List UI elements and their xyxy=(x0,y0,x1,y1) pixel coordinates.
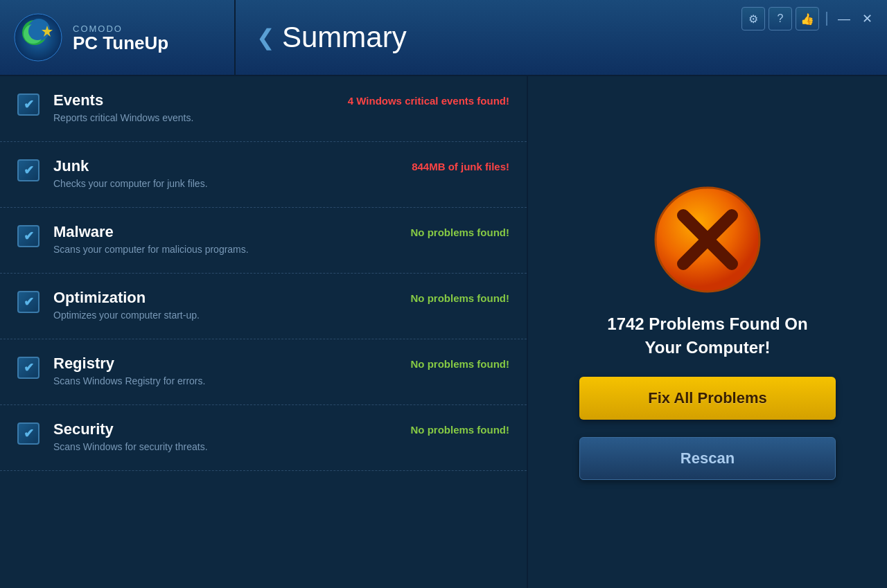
malware-name: Malware xyxy=(53,223,397,241)
problem-summary-panel: 1742 Problems Found On Your Computer! Fi… xyxy=(527,76,887,588)
check-icon: ✔ xyxy=(24,426,34,441)
product-name: PC TuneUp xyxy=(73,34,168,52)
optimization-checkbox[interactable]: ✔ xyxy=(17,291,39,313)
comodo-logo-icon xyxy=(14,13,62,62)
check-icon: ✔ xyxy=(24,229,34,244)
junk-name: Junk xyxy=(53,157,398,175)
list-item: ✔ Optimization Optimizes your computer s… xyxy=(0,274,527,339)
page-title: Summary xyxy=(282,21,407,54)
events-name: Events xyxy=(53,91,334,109)
registry-status: No problems found! xyxy=(397,358,510,370)
events-desc: Reports critical Windows events. xyxy=(53,112,334,123)
close-button[interactable]: ✕ xyxy=(857,9,877,28)
logo-text: COMODO PC TuneUp xyxy=(73,24,168,52)
problem-status-icon xyxy=(652,184,763,295)
events-status: 4 Windows critical events found! xyxy=(334,95,509,107)
malware-checkbox[interactable]: ✔ xyxy=(17,225,39,247)
security-desc: Scans Windows for security threats. xyxy=(53,441,397,452)
security-status: No problems found! xyxy=(397,424,510,436)
malware-info: Malware Scans your computer for maliciou… xyxy=(53,223,397,255)
registry-info: Registry Scans Windows Registry for erro… xyxy=(53,355,397,386)
titlebar: COMODO PC TuneUp ❮ Summary ⚙ ? 👍 — ✕ xyxy=(0,0,887,76)
events-info: Events Reports critical Windows events. xyxy=(53,91,334,123)
window-controls: ⚙ ? 👍 — ✕ xyxy=(741,7,877,30)
list-item: ✔ Security Scans Windows for security th… xyxy=(0,405,527,471)
feedback-icon: 👍 xyxy=(800,12,814,26)
logo-area: COMODO PC TuneUp xyxy=(0,0,236,75)
security-checkbox[interactable]: ✔ xyxy=(17,422,39,445)
junk-checkbox[interactable]: ✔ xyxy=(17,159,39,181)
feedback-button[interactable]: 👍 xyxy=(796,7,819,30)
registry-checkbox[interactable]: ✔ xyxy=(17,357,39,379)
help-button[interactable]: ? xyxy=(769,7,792,30)
back-chevron-icon[interactable]: ❮ xyxy=(256,24,275,51)
security-name: Security xyxy=(53,420,397,438)
malware-status: No problems found! xyxy=(397,226,510,238)
rescan-button[interactable]: Rescan xyxy=(579,437,836,480)
main-content: ✔ Events Reports critical Windows events… xyxy=(0,76,887,588)
list-item: ✔ Events Reports critical Windows events… xyxy=(0,76,527,142)
minimize-icon: — xyxy=(838,12,850,26)
gear-icon: ⚙ xyxy=(748,12,758,26)
fix-all-problems-button[interactable]: Fix All Problems xyxy=(579,377,836,420)
check-icon: ✔ xyxy=(24,163,34,178)
events-checkbox[interactable]: ✔ xyxy=(17,93,39,116)
list-item: ✔ Registry Scans Windows Registry for er… xyxy=(0,339,527,405)
controls-divider xyxy=(826,12,827,26)
security-info: Security Scans Windows for security thre… xyxy=(53,420,397,452)
registry-desc: Scans Windows Registry for errors. xyxy=(53,375,397,386)
malware-desc: Scans your computer for malicious progra… xyxy=(53,244,397,255)
junk-desc: Checks your computer for junk files. xyxy=(53,178,398,189)
optimization-desc: Optimizes your computer start-up. xyxy=(53,310,397,321)
registry-name: Registry xyxy=(53,355,397,373)
problems-line1: 1742 Problems Found On xyxy=(607,312,807,336)
list-item: ✔ Junk Checks your computer for junk fil… xyxy=(0,142,527,208)
list-item: ✔ Malware Scans your computer for malici… xyxy=(0,208,527,274)
close-icon: ✕ xyxy=(862,11,872,26)
problems-line2: Your Computer! xyxy=(607,336,807,359)
scan-items-panel: ✔ Events Reports critical Windows events… xyxy=(0,76,527,588)
junk-info: Junk Checks your computer for junk files… xyxy=(53,157,398,189)
help-icon: ? xyxy=(778,12,784,25)
optimization-name: Optimization xyxy=(53,289,397,307)
check-icon: ✔ xyxy=(24,294,34,310)
check-icon: ✔ xyxy=(24,360,34,375)
settings-button[interactable]: ⚙ xyxy=(741,7,765,30)
optimization-status: No problems found! xyxy=(397,292,510,304)
check-icon: ✔ xyxy=(24,97,34,112)
minimize-button[interactable]: — xyxy=(834,9,854,28)
junk-status: 844MB of junk files! xyxy=(398,161,509,172)
problems-count-text: 1742 Problems Found On Your Computer! xyxy=(607,312,807,359)
problem-icon-container xyxy=(652,184,763,295)
optimization-info: Optimization Optimizes your computer sta… xyxy=(53,289,397,321)
